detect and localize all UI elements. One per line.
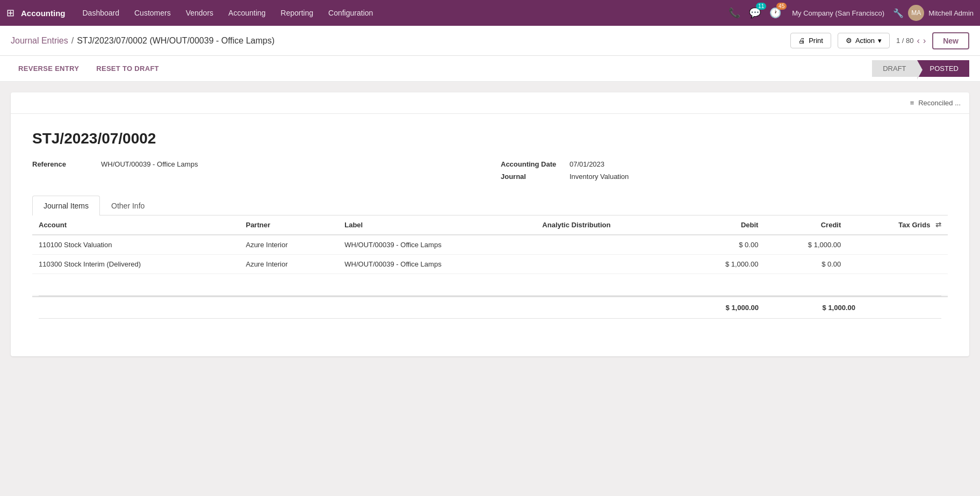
nav-dashboard[interactable]: Dashboard — [76, 5, 126, 20]
journal-value: Inventory Valuation — [570, 172, 629, 181]
cell-account: 110300 Stock Interim (Delivered) — [32, 255, 239, 274]
company-name: My Company (San Francisco) — [788, 9, 889, 17]
nav-configuration[interactable]: Configuration — [322, 5, 379, 20]
cell-credit: $ 1,000.00 — [765, 235, 847, 255]
app-name: Accounting — [21, 9, 66, 18]
breadcrumb-current: STJ/2023/07/0002 (WH/OUT/00039 - Office … — [77, 36, 275, 46]
form-fields: Reference WH/OUT/00039 - Office Lamps Ac… — [32, 160, 948, 181]
action-button[interactable]: ⚙ Action ▾ — [838, 33, 890, 48]
footer-debit-total: $ 1,000.00 — [705, 304, 759, 312]
document-card: ≡ Reconciled ... STJ/2023/07/0002 Refere… — [11, 92, 969, 356]
action-bar: REVERSE ENTRY RESET TO DRAFT DRAFT POSTE… — [0, 56, 980, 82]
reset-to-draft-button[interactable]: RESET TO DRAFT — [89, 61, 167, 76]
journal-items-table: Account Partner Label Analytic Distribut… — [32, 215, 948, 296]
col-analytic: Analytic Distribution — [536, 215, 682, 235]
col-debit: Debit — [682, 215, 765, 235]
avatar[interactable]: MA — [908, 5, 924, 21]
activity-icon[interactable]: 🕐 45 — [767, 5, 783, 21]
status-posted[interactable]: POSTED — [917, 60, 969, 77]
col-credit: Credit — [765, 215, 847, 235]
new-button[interactable]: New — [932, 32, 969, 49]
breadcrumb-actions: 🖨 Print ⚙ Action ▾ 1 / 80 ‹ › New — [790, 32, 969, 49]
reference-label: Reference — [32, 160, 97, 168]
cell-label: WH/OUT/00039 - Office Lamps — [338, 235, 536, 255]
cell-account: 110100 Stock Valuation — [32, 235, 239, 255]
cell-tax-grids — [847, 235, 948, 255]
cell-partner: Azure Interior — [239, 255, 338, 274]
tabs: Journal Items Other Info — [32, 196, 948, 215]
nav-customers[interactable]: Customers — [128, 5, 177, 20]
card-header-bar: ≡ Reconciled ... — [11, 92, 969, 114]
card-body: STJ/2023/07/0002 Reference WH/OUT/00039 … — [11, 114, 969, 356]
cell-analytic — [536, 255, 682, 274]
col-tax-grids: Tax Grids ⇄ — [847, 215, 948, 235]
settings-wrench-icon[interactable]: 🔧 — [893, 8, 904, 18]
reference-value: WH/OUT/00039 - Office Lamps — [101, 160, 198, 168]
breadcrumb-bar: Journal Entries / STJ/2023/07/0002 (WH/O… — [0, 26, 980, 56]
tab-other-info[interactable]: Other Info — [100, 196, 156, 215]
tab-content-journal-items: Account Partner Label Analytic Distribut… — [32, 215, 948, 340]
nav-accounting[interactable]: Accounting — [222, 5, 272, 20]
cell-tax-grids — [847, 255, 948, 274]
reference-field-row: Reference WH/OUT/00039 - Office Lamps — [32, 160, 479, 181]
nav-icons-group: 📞 💬 11 🕐 45 My Company (San Francisco) 🔧… — [726, 5, 974, 21]
chevron-down-icon: ▾ — [878, 37, 882, 45]
pagination: 1 / 80 ‹ › — [896, 36, 926, 46]
main-content: ≡ Reconciled ... STJ/2023/07/0002 Refere… — [0, 82, 980, 367]
table-footer: $ 1,000.00 $ 1,000.00 — [32, 296, 948, 318]
reverse-entry-button[interactable]: REVERSE ENTRY — [11, 61, 87, 76]
accounting-date-value: 07/01/2023 — [570, 160, 604, 168]
swap-columns-icon[interactable]: ⇄ — [935, 221, 941, 229]
accounting-date-label: Accounting Date — [501, 160, 565, 168]
journal-label: Journal — [501, 172, 565, 181]
breadcrumb: Journal Entries / STJ/2023/07/0002 (WH/O… — [11, 36, 275, 46]
app-grid-icon[interactable]: ⊞ — [6, 7, 15, 19]
next-page-button[interactable]: › — [923, 36, 926, 46]
cell-analytic — [536, 235, 682, 255]
print-icon: 🖨 — [798, 37, 805, 45]
tab-journal-items[interactable]: Journal Items — [32, 196, 100, 215]
table-row[interactable]: 110100 Stock Valuation Azure Interior WH… — [32, 235, 948, 255]
document-number: STJ/2023/07/0002 — [32, 130, 948, 147]
cell-debit: $ 0.00 — [682, 235, 765, 255]
col-partner: Partner — [239, 215, 338, 235]
top-navigation: ⊞ Accounting Dashboard Customers Vendors… — [0, 0, 980, 26]
col-label: Label — [338, 215, 536, 235]
breadcrumb-separator: / — [71, 36, 74, 46]
nav-reporting[interactable]: Reporting — [274, 5, 320, 20]
print-button[interactable]: 🖨 Print — [790, 33, 831, 48]
footer-credit-total: $ 1,000.00 — [802, 304, 855, 312]
chat-icon[interactable]: 💬 11 — [747, 5, 763, 21]
cell-partner: Azure Interior — [239, 235, 338, 255]
reconciled-button[interactable]: ≡ Reconciled ... — [910, 99, 961, 107]
col-account: Account — [32, 215, 239, 235]
prev-page-button[interactable]: ‹ — [917, 36, 920, 46]
cell-credit: $ 0.00 — [765, 255, 847, 274]
status-draft[interactable]: DRAFT — [872, 60, 917, 77]
activity-badge: 45 — [776, 3, 787, 10]
hamburger-icon: ≡ — [910, 99, 914, 107]
chat-badge: 11 — [756, 3, 766, 10]
accounting-date-group: Accounting Date 07/01/2023 Journal Inven… — [501, 160, 948, 181]
user-name: Mitchell Admin — [928, 9, 974, 17]
table-row[interactable]: 110300 Stock Interim (Delivered) Azure I… — [32, 255, 948, 274]
empty-row — [32, 274, 948, 296]
support-icon[interactable]: 📞 — [726, 5, 743, 21]
gear-icon: ⚙ — [846, 37, 852, 45]
cell-label: WH/OUT/00039 - Office Lamps — [338, 255, 536, 274]
status-steps: DRAFT POSTED — [872, 60, 969, 77]
breadcrumb-parent[interactable]: Journal Entries — [11, 36, 68, 46]
cell-debit: $ 1,000.00 — [682, 255, 765, 274]
nav-vendors[interactable]: Vendors — [179, 5, 220, 20]
action-buttons-group: REVERSE ENTRY RESET TO DRAFT — [11, 61, 167, 76]
